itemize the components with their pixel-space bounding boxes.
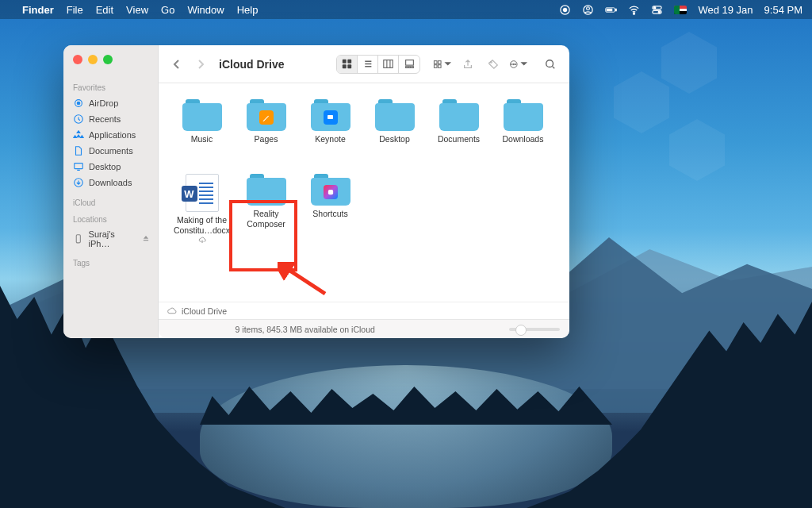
icon-size-slider[interactable]	[509, 328, 560, 331]
user-switch-icon[interactable]	[582, 4, 594, 16]
svg-point-11	[659, 11, 661, 13]
finder-content[interactable]: Music Pages Keynote Desktop Documents Do…	[159, 83, 569, 302]
folder-desktop[interactable]: Desktop	[362, 99, 427, 169]
iphone-icon	[73, 233, 84, 244]
svg-rect-29	[434, 64, 437, 67]
folder-icon	[311, 174, 350, 206]
close-button[interactable]	[73, 55, 82, 64]
menu-go[interactable]: Go	[161, 4, 174, 16]
folder-reality-composer[interactable]: Reality Composer	[234, 174, 298, 250]
menubar: Finder File Edit View Go Window Help Wed…	[0, 0, 812, 19]
shortcuts-badge-icon	[324, 185, 338, 199]
svg-point-13	[77, 102, 80, 105]
svg-line-39	[284, 267, 325, 294]
sidebar-header-locations: Locations	[73, 215, 158, 224]
icon-view-button[interactable]	[337, 56, 358, 73]
sidebar-item-label: Downloads	[89, 178, 132, 187]
item-label: Music	[191, 134, 213, 144]
menu-help[interactable]: Help	[237, 4, 259, 16]
keynote-badge-icon	[324, 110, 338, 125]
search-button[interactable]	[541, 56, 560, 73]
sidebar-header-tags: Tags	[73, 259, 158, 267]
sidebar-item-iphone[interactable]: Suraj's iPh…	[70, 227, 158, 251]
file-docx[interactable]: W Making of the Constitu…docx	[170, 174, 234, 250]
menu-view[interactable]: View	[126, 4, 148, 16]
zoom-button[interactable]	[103, 55, 113, 64]
menu-edit[interactable]: Edit	[96, 4, 113, 16]
item-label: Shortcuts	[312, 209, 347, 219]
window-controls	[70, 52, 158, 75]
sidebar-item-downloads[interactable]: Downloads	[70, 175, 158, 190]
battery-icon[interactable]	[605, 4, 617, 16]
control-center-icon[interactable]	[651, 4, 663, 16]
column-view-button[interactable]	[378, 56, 399, 73]
sidebar-item-label: Recents	[89, 114, 121, 124]
word-doc-icon: W	[186, 174, 219, 212]
minimize-button[interactable]	[88, 55, 98, 64]
svg-rect-5	[607, 9, 612, 11]
app-name[interactable]: Finder	[22, 4, 54, 16]
sidebar-item-documents[interactable]: Documents	[70, 143, 158, 159]
menubar-time[interactable]: 9:54 PM	[764, 4, 802, 16]
folder-icon	[247, 174, 286, 206]
svg-rect-17	[76, 235, 80, 243]
group-by-button[interactable]	[433, 56, 452, 73]
path-bar[interactable]: iCloud Drive	[159, 302, 569, 319]
action-button[interactable]	[509, 56, 528, 73]
sidebar-item-applications[interactable]: Applications	[70, 127, 158, 143]
forward-button[interactable]	[192, 56, 209, 73]
screen-record-icon[interactable]	[559, 4, 571, 16]
back-button[interactable]	[168, 56, 186, 73]
item-label: Pages	[255, 134, 278, 144]
doc-icon	[73, 145, 84, 156]
item-label: Downloads	[503, 134, 544, 144]
menubar-date[interactable]: Wed 19 Jan	[698, 4, 753, 16]
folder-documents[interactable]: Documents	[427, 99, 491, 169]
sidebar-item-desktop[interactable]: Desktop	[70, 159, 158, 175]
svg-rect-15	[75, 164, 83, 169]
downloads-icon	[73, 177, 84, 188]
list-view-button[interactable]	[358, 56, 378, 73]
share-button[interactable]	[458, 56, 477, 73]
folder-shortcuts[interactable]: Shortcuts	[298, 174, 362, 250]
folder-downloads[interactable]: Downloads	[491, 99, 555, 169]
svg-rect-19	[347, 60, 351, 64]
sidebar-item-recents[interactable]: Recents	[70, 111, 158, 127]
window-title: iCloud Drive	[219, 58, 284, 71]
gallery-view-button[interactable]	[399, 56, 419, 73]
svg-point-31	[491, 61, 492, 63]
item-label: Reality Composer	[235, 209, 298, 229]
apps-icon	[73, 129, 84, 140]
menu-file[interactable]: File	[67, 4, 83, 16]
eject-icon[interactable]	[142, 234, 150, 244]
annotation-arrow-icon	[278, 262, 337, 298]
menu-window[interactable]: Window	[187, 4, 224, 16]
svg-rect-27	[434, 60, 437, 64]
svg-point-33	[511, 64, 512, 64]
wifi-icon[interactable]	[628, 4, 640, 16]
svg-rect-26	[411, 67, 412, 68]
folder-icon	[504, 99, 543, 131]
folder-icon	[311, 99, 350, 131]
svg-rect-30	[438, 64, 441, 67]
sidebar-item-airdrop[interactable]: AirDrop	[70, 95, 158, 111]
cloud-download-icon	[198, 237, 206, 244]
item-label: Desktop	[379, 134, 410, 144]
folder-pages[interactable]: Pages	[234, 99, 298, 169]
airdrop-icon	[73, 98, 84, 109]
sidebar-header-favorites: Favorites	[73, 83, 158, 92]
status-bar: 9 items, 845.3 MB available on iCloud	[159, 319, 569, 338]
folder-icon	[375, 99, 415, 131]
tags-button[interactable]	[484, 56, 503, 73]
input-source-flag-icon[interactable]	[674, 6, 687, 14]
sidebar-item-label: Suraj's iPh…	[89, 229, 137, 248]
desktop-icon	[73, 161, 84, 172]
folder-music[interactable]: Music	[170, 99, 234, 169]
sidebar-item-label: Applications	[89, 130, 136, 140]
svg-rect-23	[405, 60, 413, 66]
svg-point-36	[546, 60, 553, 67]
finder-sidebar: Favorites AirDrop Recents Applications D…	[63, 45, 159, 338]
svg-rect-24	[405, 67, 407, 68]
folder-keynote[interactable]: Keynote	[298, 99, 362, 169]
finder-main: iCloud Drive Music Pages Keynote Desktop…	[159, 45, 569, 338]
